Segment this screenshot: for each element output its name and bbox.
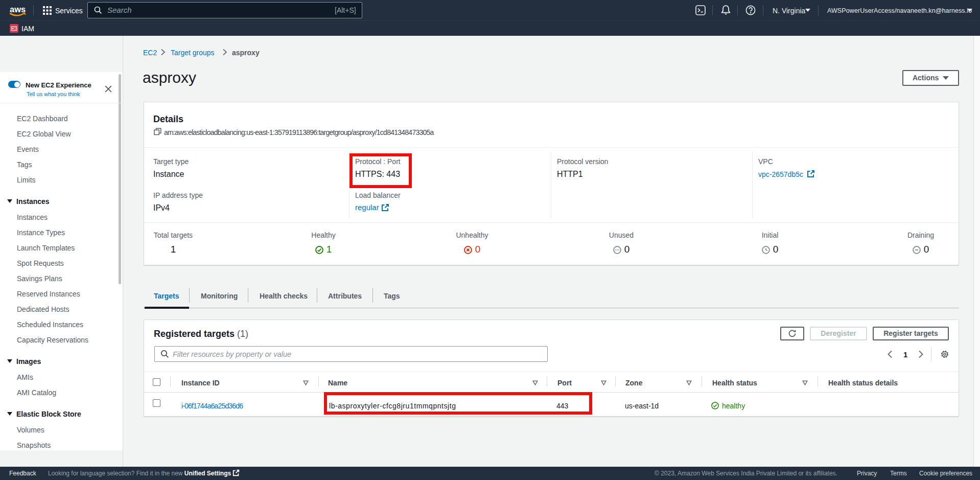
svg-text:aws: aws bbox=[10, 5, 26, 14]
